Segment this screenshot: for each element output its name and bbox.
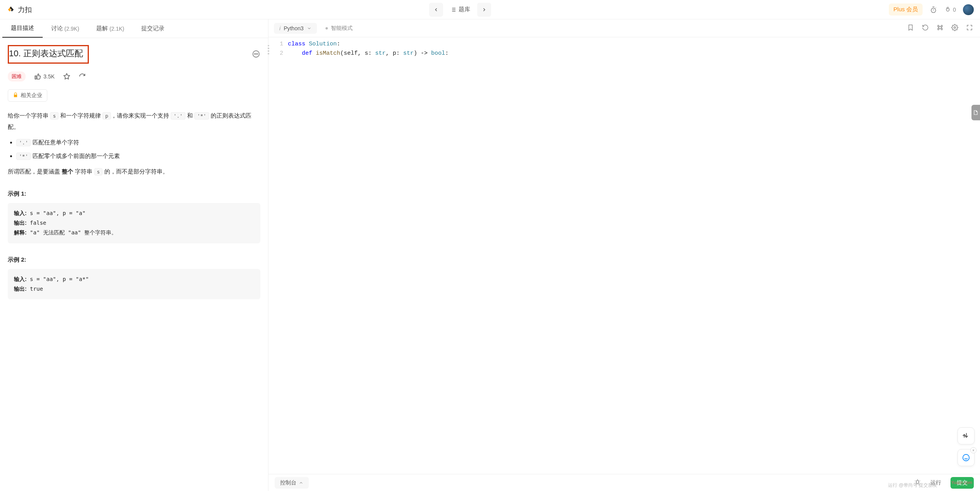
problem-list-label: 题库 xyxy=(459,6,470,13)
language-select[interactable]: i Python3 xyxy=(274,23,317,34)
watermark-source: Yuucn.com xyxy=(951,480,972,485)
tab-2[interactable]: 题解 (2.1K) xyxy=(88,19,133,38)
chevron-up-icon xyxy=(299,481,303,485)
more-icon[interactable] xyxy=(252,50,260,59)
bookmark-icon[interactable] xyxy=(906,23,916,34)
shortcuts-icon[interactable] xyxy=(935,23,945,34)
tab-bar: 题目描述讨论 (2.9K)题解 (2.1K)提交记录 xyxy=(0,19,268,38)
svg-point-10 xyxy=(257,54,258,54)
logo[interactable]: 力扣 xyxy=(6,5,32,14)
line-gutter: 12 xyxy=(268,40,288,474)
editor-pane: i Python3 智能模式 12 class Solution: def is… xyxy=(268,19,980,491)
pane-resize-handle[interactable] xyxy=(267,43,270,58)
fullscreen-icon[interactable] xyxy=(964,23,975,34)
code-editor[interactable]: 12 class Solution: def isMatch(self, s: … xyxy=(268,37,980,474)
svg-point-9 xyxy=(256,54,256,54)
like-count: 3.5K xyxy=(43,73,55,80)
description-pane: 题目描述讨论 (2.9K)题解 (2.1K)提交记录 10. 正则表达式匹配 困… xyxy=(0,19,268,491)
chevron-down-icon xyxy=(307,26,312,31)
settings-icon[interactable] xyxy=(950,23,960,34)
timer-icon[interactable] xyxy=(930,6,937,14)
streak-count: 0 xyxy=(953,7,956,13)
favorite-button[interactable] xyxy=(63,73,70,80)
tab-0[interactable]: 题目描述 xyxy=(2,19,43,38)
example-heading: 示例 2: xyxy=(8,254,260,265)
feedback-button[interactable]: × xyxy=(957,449,975,466)
editor-toolbar: i Python3 智能模式 xyxy=(268,19,980,37)
svg-point-11 xyxy=(954,27,956,29)
companies-button[interactable]: 相关企业 xyxy=(8,89,47,102)
console-button[interactable]: 控制台 xyxy=(275,477,309,489)
difficulty-badge: 困难 xyxy=(8,71,26,82)
like-button[interactable]: 3.5K xyxy=(34,73,55,80)
editor-bottom-bar: 控制台 运行 提交 运行 @带尚号 提交朋友 Yuucn.com xyxy=(268,474,980,491)
example-box: 输入: s = "aa", p = "a" 输出: false 解释: "a" … xyxy=(8,203,260,243)
leetcode-logo-icon xyxy=(6,5,15,14)
svg-point-8 xyxy=(254,54,255,54)
topbar: 力扣 题库 Plus 会员 0 xyxy=(0,0,980,19)
prev-problem-button[interactable] xyxy=(429,3,443,17)
lock-icon xyxy=(13,92,18,99)
problem-title-box: 10. 正则表达式匹配 xyxy=(8,45,89,64)
side-drawer-handle[interactable] xyxy=(971,105,980,120)
tab-3[interactable]: 提交记录 xyxy=(133,19,173,38)
watermark: 运行 @带尚号 提交朋友 xyxy=(888,482,937,489)
share-button[interactable] xyxy=(79,73,86,80)
mode-select[interactable]: 智能模式 xyxy=(322,23,357,34)
problem-content: 给你一个字符串 s 和一个字符规律 p，请你来实现一个支持 '.' 和 '*' … xyxy=(8,110,260,299)
code-lines[interactable]: class Solution: def isMatch(self, s: str… xyxy=(288,40,980,474)
note-button[interactable] xyxy=(957,427,975,444)
language-label: Python3 xyxy=(284,25,303,31)
close-icon[interactable]: × xyxy=(970,447,977,453)
plus-member-button[interactable]: Plus 会员 xyxy=(889,3,923,16)
problem-list-link[interactable]: 题库 xyxy=(446,3,474,17)
example-heading: 示例 1: xyxy=(8,188,260,200)
streak-icon[interactable]: 0 xyxy=(944,6,956,13)
tab-1[interactable]: 讨论 (2.9K) xyxy=(43,19,88,38)
svg-point-6 xyxy=(931,8,936,12)
svg-point-12 xyxy=(963,455,970,461)
next-problem-button[interactable] xyxy=(477,3,491,17)
description-scroll[interactable]: 10. 正则表达式匹配 困难 3.5K xyxy=(0,38,268,491)
companies-label: 相关企业 xyxy=(21,92,42,99)
example-box: 输入: s = "aa", p = "a*" 输出: true xyxy=(8,269,260,299)
avatar[interactable] xyxy=(963,4,974,15)
mode-label: 智能模式 xyxy=(331,25,353,32)
reset-icon[interactable] xyxy=(920,23,930,34)
brand-text: 力扣 xyxy=(18,5,32,14)
